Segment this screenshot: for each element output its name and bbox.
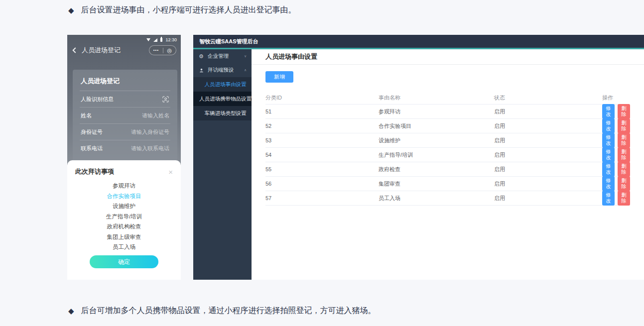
top-note: ◆ 后台设置进场事由，小程序端可进行选择人员进出登记事由。 (68, 5, 296, 15)
wechat-capsule[interactable]: ••• ◎ (149, 45, 176, 55)
form-field-row[interactable]: 身份证号 请输入身份证号 (80, 124, 170, 140)
phone-navbar: 人员进场登记 ••• ◎ (73, 45, 176, 56)
table-header-row: 分类ID 事由名称 状态 操作 (265, 91, 630, 105)
sidebar-subitem-label: 人员进场携带物品设置 (199, 96, 252, 102)
wifi-icon (146, 38, 150, 41)
visit-option[interactable]: 政府机构检查 (67, 221, 181, 232)
signal-icon (153, 38, 157, 42)
visit-option[interactable]: 生产指导/培训 (67, 212, 181, 222)
sidebar-item-enterprise[interactable]: ⚙ 企业管理 ∨ (193, 49, 252, 63)
admin-panel: 智牧云瞳SAAS管理后台 ⚙ 企业管理 ∨ 拜访端预设 (193, 35, 644, 280)
edit-button[interactable]: 修改 (602, 133, 615, 148)
cell-status: 启用 (494, 180, 602, 188)
form-field-row[interactable]: 人脸识别信息 (80, 91, 170, 108)
sheet-title: 此次拜访事项 (75, 167, 114, 176)
phone-mockup: 12:30 人员进场登记 ••• ◎ 人员进场登记 人脸识别信息 (67, 35, 181, 280)
visit-option[interactable]: 集团上级审查 (67, 232, 181, 242)
cell-id: 53 (265, 137, 379, 143)
table-row: 57 员工入场 启用 修改 删除 (265, 191, 630, 206)
sidebar-group-label: 拜访端预设 (208, 67, 241, 74)
admin-topbar: 智牧云瞳SAAS管理后台 (193, 35, 644, 48)
diamond-bullet-icon: ◆ (68, 6, 74, 15)
delete-button[interactable]: 删除 (618, 118, 630, 133)
field-label: 姓名 (81, 112, 92, 119)
minimize-icon[interactable]: ◎ (167, 48, 172, 53)
col-header-actions: 操作 (602, 94, 630, 102)
delete-button[interactable]: 删除 (618, 133, 630, 148)
cell-status: 启用 (494, 166, 602, 173)
visit-option[interactable]: 合作实验项目 (67, 191, 181, 202)
col-header-name: 事由名称 (379, 94, 494, 102)
edit-button[interactable]: 修改 (602, 191, 615, 206)
table-row: 56 集团审查 启用 修改 删除 (265, 177, 630, 191)
back-icon[interactable] (72, 47, 78, 53)
edit-button[interactable]: 修改 (602, 176, 615, 191)
table-row: 55 政府检查 启用 修改 删除 (265, 162, 630, 177)
admin-title: 智牧云瞳SAAS管理后台 (199, 38, 258, 45)
entry-form-card: 人员进场登记 人脸识别信息 (73, 70, 177, 164)
cell-name: 生产指导/培训 (379, 151, 494, 159)
gear-icon: ⚙ (198, 54, 204, 59)
visit-option-label: 参观拜访 (113, 183, 135, 189)
confirm-button[interactable]: 确定 (90, 255, 158, 268)
phone-nav-title: 人员进场登记 (82, 46, 121, 55)
edit-button[interactable]: 修改 (602, 118, 615, 133)
table-row: 54 生产指导/培训 启用 修改 删除 (265, 148, 630, 162)
sidebar: ⚙ 企业管理 ∨ 拜访端预设 ∧ (193, 49, 252, 280)
cell-name: 参观拜访 (379, 108, 494, 115)
table-row: 51 参观拜访 启用 修改 删除 (265, 105, 630, 119)
sidebar-item-visit-preset[interactable]: 拜访端预设 ∧ (193, 63, 252, 77)
cell-id: 54 (265, 152, 379, 158)
cell-id: 55 (265, 166, 379, 172)
more-icon[interactable]: ••• (153, 48, 159, 52)
user-icon (198, 68, 204, 73)
cell-name: 员工入场 (379, 195, 494, 202)
edit-button[interactable]: 修改 (602, 104, 615, 119)
cell-name: 合作实验项目 (379, 122, 494, 130)
form-field-row[interactable]: 姓名 请输入姓名 (80, 108, 170, 124)
visit-option-label: 生产指导/培训 (106, 214, 142, 219)
sidebar-submenu: 人员进场事由设置 人员进场携带物品设置 车辆进场类型设置 (193, 77, 252, 120)
cell-name: 政府检查 (379, 166, 494, 173)
cell-status: 启用 (494, 137, 602, 144)
field-placeholder: 请输入身份证号 (131, 128, 169, 136)
cell-status: 启用 (494, 108, 602, 115)
visit-option-label: 合作实验项目 (107, 193, 141, 199)
cell-status: 启用 (494, 151, 602, 159)
sidebar-subitem[interactable]: 车辆进场类型设置 (193, 106, 252, 120)
visit-option-label: 集团上级审查 (107, 234, 141, 240)
field-placeholder: 请输入姓名 (142, 112, 169, 119)
sidebar-group-label: 企业管理 (208, 53, 241, 60)
visit-option-label: 政府机构检查 (107, 223, 141, 229)
bottom-note-text: 后台可增加多个人员携带物品设置，通过小程序进行选择拍照登记，方可进入猪场。 (81, 306, 376, 316)
delete-button[interactable]: 删除 (618, 147, 630, 162)
edit-button[interactable]: 修改 (602, 162, 615, 177)
add-button[interactable]: 新增 (265, 71, 293, 83)
battery-icon (160, 38, 162, 42)
cell-name: 集团审查 (379, 180, 494, 188)
form-fields: 人脸识别信息 姓名 请输入姓名 (80, 91, 170, 157)
delete-button[interactable]: 删除 (618, 162, 630, 177)
face-scan-icon[interactable] (162, 96, 169, 103)
cell-status: 启用 (494, 122, 602, 130)
field-placeholder: 请输入联系电话 (131, 145, 169, 152)
visit-option[interactable]: 设施维护 (67, 201, 181, 212)
visit-option[interactable]: 参观拜访 (67, 181, 181, 191)
diamond-bullet-icon: ◆ (68, 307, 74, 316)
sidebar-subitem-label: 车辆进场类型设置 (205, 110, 247, 116)
table-body: 51 参观拜访 启用 修改 删除 52 (265, 105, 630, 206)
visit-option[interactable]: 员工入场 (67, 242, 181, 252)
delete-button[interactable]: 删除 (618, 176, 630, 191)
close-icon[interactable]: × (168, 168, 173, 176)
delete-button[interactable]: 删除 (618, 191, 630, 206)
edit-button[interactable]: 修改 (602, 147, 615, 162)
form-field-row[interactable]: 联系电话 请输入联系电话 (80, 140, 170, 157)
top-note-text: 后台设置进场事由，小程序端可进行选择人员进出登记事由。 (81, 5, 296, 15)
col-header-status: 状态 (494, 94, 602, 102)
delete-button[interactable]: 删除 (618, 104, 630, 119)
page-title: 人员进场事由设置 (265, 52, 317, 61)
sidebar-subitem[interactable]: 人员进场携带物品设置 (193, 92, 252, 106)
cell-id: 51 (265, 109, 379, 114)
field-label: 身份证号 (81, 128, 103, 136)
sidebar-subitem[interactable]: 人员进场事由设置 (193, 77, 252, 92)
